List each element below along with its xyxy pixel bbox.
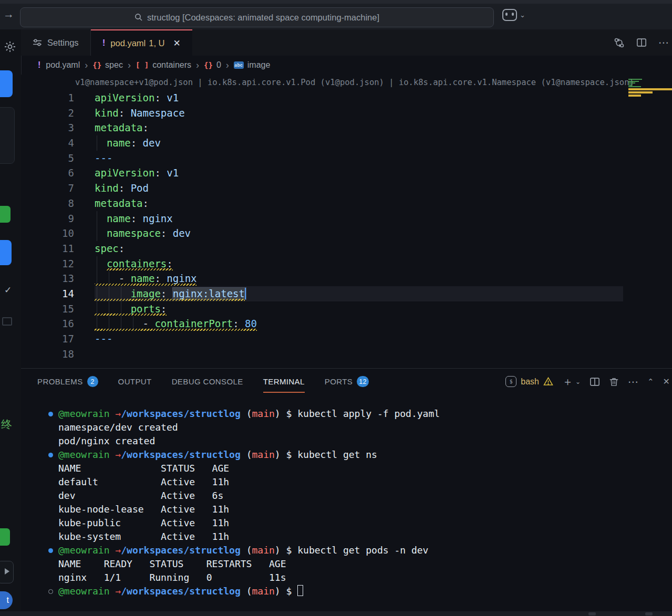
- panel-tab-problems[interactable]: PROBLEMS2: [37, 369, 98, 394]
- code-text: [95, 347, 623, 362]
- terminal-content[interactable]: @meowrain →/workspaces/structlog (main) …: [21, 407, 672, 598]
- code-line[interactable]: 16 - containerPort: 80: [21, 316, 672, 331]
- terminal-line: NAME READY STATUS RESTARTS AGE: [21, 557, 672, 571]
- tab-settings[interactable]: Settings: [21, 29, 91, 56]
- panel-header: PROBLEMS2OUTPUTDEBUG CONSOLETERMINALPORT…: [21, 369, 672, 394]
- copilot-menu[interactable]: ⌄: [502, 9, 525, 21]
- tab-pod-yaml[interactable]: ! pod.yaml 1, U ✕: [91, 29, 192, 56]
- terminal-line: @meowrain →/workspaces/structlog (main) …: [21, 448, 672, 462]
- code-line[interactable]: 11spec:: [21, 241, 672, 256]
- code-text: namespace: dev: [95, 226, 623, 241]
- breadcrumb-item[interactable]: containers: [152, 60, 191, 70]
- command-center-search[interactable]: structlog [Codespaces: animated space co…: [20, 7, 494, 27]
- panel-tab-ports[interactable]: PORTS12: [325, 369, 369, 394]
- line-number: 5: [21, 151, 74, 166]
- shell-label: bash: [521, 377, 539, 387]
- terminal-line: kube-node-lease Active 11h: [21, 503, 672, 516]
- new-terminal-button[interactable]: ＋ ⌄: [562, 374, 581, 389]
- breadcrumb-separator: ›: [226, 60, 229, 71]
- more-actions-icon[interactable]: ⋯: [658, 36, 669, 49]
- copilot-icon: [502, 9, 517, 21]
- bash-icon: $: [505, 376, 516, 387]
- bottom-panel: PROBLEMS2OUTPUTDEBUG CONSOLETERMINALPORT…: [21, 368, 672, 616]
- code-text: kind: Namespace: [95, 106, 623, 121]
- line-number: 7: [21, 181, 74, 196]
- bubble-icon: [2, 317, 12, 326]
- close-icon[interactable]: ✕: [173, 38, 181, 49]
- terminal-line: @meowrain →/workspaces/structlog (main) …: [21, 407, 672, 421]
- panel-tab-label: DEBUG CONSOLE: [172, 377, 243, 386]
- code-line[interactable]: 8metadata:: [21, 196, 672, 211]
- code-line[interactable]: 7kind: Pod: [21, 181, 672, 196]
- cjk-character: 终: [1, 417, 12, 432]
- code-line[interactable]: 10 namespace: dev: [21, 226, 672, 241]
- symbol-object-icon: {}: [204, 61, 213, 69]
- editor[interactable]: v1@namespace+v1@pod.json | io.k8s.api.co…: [21, 75, 672, 368]
- warning-squiggle: [107, 268, 173, 270]
- code-text: kind: Pod: [95, 181, 623, 196]
- code-line[interactable]: 6apiVersion: v1: [21, 165, 672, 181]
- split-terminal-icon[interactable]: [590, 377, 600, 387]
- command-decoration[interactable]: [48, 412, 53, 416]
- terminal-instance[interactable]: $ bash: [505, 376, 553, 387]
- left-strip: ✓ 终 t: [0, 29, 22, 616]
- terminal-line: namespace/dev created: [21, 421, 672, 434]
- code-line[interactable]: 14 image: nginx:latest: [21, 286, 672, 301]
- code-line[interactable]: 13 - name: nginx: [21, 271, 672, 286]
- symbol-object-icon: {}: [92, 61, 101, 69]
- breadcrumb-file[interactable]: pod.yaml: [46, 60, 80, 70]
- close-panel-icon[interactable]: ✕: [663, 377, 670, 387]
- yaml-schema-hint: v1@namespace+v1@pod.json | io.k8s.api.co…: [75, 78, 634, 87]
- code-line[interactable]: 15 ports:: [21, 301, 672, 317]
- sliders-icon: [33, 38, 42, 47]
- code-line[interactable]: 17---: [21, 331, 672, 347]
- split-editor-icon[interactable]: [636, 37, 647, 48]
- panel-tab-terminal[interactable]: TERMINAL: [263, 369, 305, 394]
- panel-tab-output[interactable]: OUTPUT: [118, 369, 152, 394]
- check-icon: ✓: [4, 285, 12, 296]
- count-badge: 12: [357, 376, 369, 387]
- maximize-panel-icon[interactable]: ⌃: [647, 377, 654, 387]
- breadcrumb-item[interactable]: spec: [105, 60, 123, 70]
- forward-arrow-icon[interactable]: →: [3, 8, 14, 20]
- open-changes-icon[interactable]: [614, 37, 625, 49]
- chevron-down-icon: ⌄: [520, 11, 525, 19]
- code-line[interactable]: 1apiVersion: v1: [21, 90, 672, 106]
- line-number: 14: [21, 286, 74, 301]
- terminal-line: @meowrain →/workspaces/structlog (main) …: [21, 544, 672, 557]
- git-status-badge: 1, U: [149, 38, 164, 48]
- code-text: ---: [95, 331, 623, 347]
- code-line[interactable]: 3metadata:: [21, 120, 672, 135]
- code-line[interactable]: 4 name: dev: [21, 135, 672, 151]
- line-number: 13: [21, 271, 74, 286]
- command-decoration[interactable]: [48, 548, 53, 553]
- code-line[interactable]: 12 containers:: [21, 256, 672, 272]
- code-line[interactable]: 9 name: nginx: [21, 211, 672, 226]
- command-decoration[interactable]: [48, 453, 53, 457]
- warning-squiggle: [95, 314, 167, 316]
- panel-tab-debug-console[interactable]: DEBUG CONSOLE: [172, 369, 243, 394]
- command-decoration[interactable]: [48, 589, 53, 594]
- code-line[interactable]: 5---: [21, 151, 672, 166]
- bottom-edge-strip: [0, 611, 672, 616]
- breadcrumb-item[interactable]: 0: [216, 60, 221, 70]
- symbol-array-icon: [ ]: [136, 61, 149, 69]
- breadcrumb-item[interactable]: image: [247, 60, 271, 70]
- code-text: ---: [95, 151, 623, 166]
- line-number: 1: [21, 90, 74, 106]
- tab-label: Settings: [47, 38, 79, 48]
- kill-terminal-icon[interactable]: [609, 377, 619, 387]
- code-text: spec:: [95, 241, 623, 256]
- gear-icon[interactable]: [3, 40, 17, 54]
- breadcrumb-separator: ›: [128, 60, 131, 71]
- line-number: 18: [21, 347, 74, 362]
- panel-more-icon[interactable]: ⋯: [628, 375, 638, 388]
- green-block-2: [0, 528, 10, 546]
- code-line[interactable]: 18: [21, 347, 672, 362]
- problem-indicator: !: [102, 38, 106, 48]
- minimap[interactable]: [625, 75, 672, 143]
- terminal-line: pod/nginx created: [21, 434, 672, 448]
- code-line[interactable]: 2kind: Namespace: [21, 106, 672, 121]
- code-text: - name: nginx: [95, 271, 623, 286]
- terminal-line: dev Active 6s: [21, 489, 672, 503]
